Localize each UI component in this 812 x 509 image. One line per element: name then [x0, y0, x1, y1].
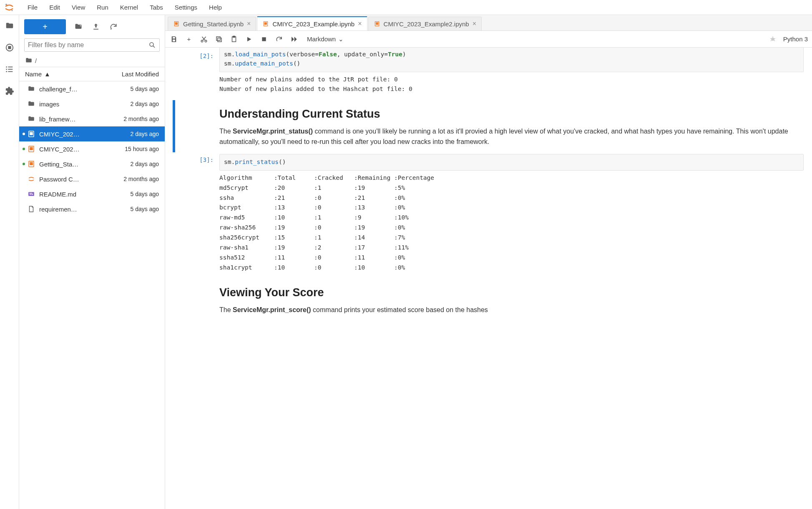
- menu-settings[interactable]: Settings: [169, 1, 203, 13]
- cell-output: Algorithm :Total :Cracked :Remaining :Pe…: [219, 171, 804, 277]
- file-name: lib_framew…: [39, 116, 109, 123]
- file-row[interactable]: images 2 days ago: [19, 96, 165, 111]
- cut-icon[interactable]: [199, 35, 209, 44]
- menu-kernel[interactable]: Kernel: [114, 1, 144, 13]
- code-cell[interactable]: [3]: sm.print_status() Algorithm :Total …: [182, 154, 804, 277]
- extensions-icon[interactable]: [5, 86, 15, 96]
- main-area: Getting_Started.ipynb × CMIYC_2023_Examp…: [165, 15, 812, 509]
- file-row[interactable]: challenge_f… 5 days ago: [19, 81, 165, 96]
- breadcrumb[interactable]: /: [19, 54, 165, 67]
- new-folder-icon[interactable]: +: [73, 22, 83, 32]
- restart-icon[interactable]: [274, 35, 284, 44]
- file-modified: 5 days ago: [109, 191, 159, 197]
- toc-icon[interactable]: [5, 64, 15, 74]
- menubar: FileEditViewRunKernelTabsSettingsHelp: [0, 0, 812, 15]
- file-name: challenge_f…: [39, 86, 109, 93]
- notebook-icon: [173, 20, 180, 27]
- svg-rect-18: [30, 162, 33, 165]
- close-icon[interactable]: ×: [358, 20, 362, 28]
- menu-edit[interactable]: Edit: [43, 1, 66, 13]
- close-icon[interactable]: ×: [473, 20, 476, 28]
- file-name: Getting_Sta…: [39, 161, 109, 168]
- file-row[interactable]: CMIYC_202… 2 days ago: [19, 126, 165, 141]
- svg-text:+: +: [80, 24, 82, 28]
- file-row[interactable]: M README.md 5 days ago: [19, 186, 165, 202]
- menu-run[interactable]: Run: [91, 1, 114, 13]
- code-cell[interactable]: [2]: sm.load_main_pots(verbose=False, up…: [182, 50, 804, 98]
- add-cell-icon[interactable]: +: [184, 35, 194, 44]
- code-input[interactable]: sm.print_status(): [219, 154, 804, 171]
- markdown-cell[interactable]: Understanding Current Status The Service…: [182, 100, 804, 152]
- cell-type-select[interactable]: Markdown ⌄: [304, 35, 346, 44]
- svg-rect-14: [30, 132, 33, 135]
- sort-by-modified[interactable]: Last Modified: [105, 71, 159, 78]
- file-row[interactable]: CMIYC_202… 15 hours ago: [19, 141, 165, 156]
- folder-icon[interactable]: [5, 21, 15, 31]
- svg-rect-5: [8, 67, 13, 68]
- run-all-icon[interactable]: [289, 35, 299, 44]
- stop-icon[interactable]: [259, 35, 269, 44]
- md-heading: Understanding Current Status: [219, 108, 804, 121]
- svg-rect-34: [233, 36, 235, 37]
- tab[interactable]: CMIYC_2023_Example2.ipynb ×: [368, 17, 482, 30]
- paste-icon[interactable]: [229, 35, 239, 44]
- debugger-icon[interactable]: [768, 35, 777, 44]
- markdown-cell[interactable]: Viewing Your Score The ServiceMgr.print_…: [182, 279, 804, 320]
- file-name: README.md: [39, 191, 109, 198]
- jupyter-logo: [3, 2, 15, 13]
- svg-line-30: [202, 37, 206, 40]
- svg-rect-3: [8, 46, 11, 49]
- breadcrumb-root: /: [35, 57, 37, 64]
- file-filter[interactable]: [24, 38, 160, 52]
- code-input[interactable]: sm.load_main_pots(verbose=False, update_…: [219, 48, 804, 72]
- close-icon[interactable]: ×: [247, 20, 251, 28]
- notebook-icon: [27, 129, 36, 139]
- copy-icon[interactable]: [214, 35, 224, 44]
- menu-file[interactable]: File: [22, 1, 43, 13]
- file-modified: 5 days ago: [109, 206, 159, 212]
- menu-tabs[interactable]: Tabs: [144, 1, 169, 13]
- svg-rect-7: [8, 69, 13, 70]
- file-row[interactable]: requiremen… 5 days ago: [19, 202, 165, 217]
- cell-output: Number of new plains added to the JtR po…: [219, 72, 804, 99]
- svg-line-41: [774, 40, 775, 41]
- file-browser: + + / Name ▲ Last Modified challenge: [19, 15, 165, 509]
- notebook-icon: [374, 20, 380, 27]
- tab[interactable]: Getting_Started.ipynb ×: [168, 17, 256, 30]
- svg-rect-24: [265, 23, 267, 25]
- file-modified: 2 days ago: [109, 101, 159, 107]
- kernel-name[interactable]: Python 3: [783, 35, 808, 43]
- svg-line-40: [771, 40, 772, 41]
- jupyter-icon: [27, 174, 36, 184]
- tab-label: CMIYC_2023_Example.ipynb: [272, 20, 354, 28]
- refresh-icon[interactable]: [108, 22, 118, 32]
- file-name: requiremen…: [39, 206, 109, 213]
- folder-icon: [27, 84, 36, 93]
- svg-line-29: [203, 37, 206, 40]
- svg-line-12: [153, 46, 155, 48]
- svg-point-11: [150, 43, 153, 46]
- tab[interactable]: CMIYC_2023_Example.ipynb ×: [257, 16, 367, 30]
- notebook-icon: [262, 20, 269, 27]
- file-row[interactable]: Password C… 2 months ago: [19, 171, 165, 186]
- svg-rect-16: [30, 147, 33, 150]
- file-row[interactable]: Getting_Sta… 2 days ago: [19, 156, 165, 171]
- status-dot: [23, 163, 25, 165]
- filter-input[interactable]: [28, 41, 148, 49]
- file-name: Password C…: [39, 176, 109, 183]
- sort-by-name[interactable]: Name ▲: [25, 71, 105, 78]
- new-launcher-button[interactable]: +: [24, 19, 66, 34]
- file-list-header: Name ▲ Last Modified: [19, 67, 165, 81]
- file-name: images: [39, 101, 109, 108]
- upload-icon[interactable]: [91, 22, 101, 32]
- running-icon[interactable]: [5, 43, 15, 53]
- file-name: CMIYC_202…: [39, 131, 109, 138]
- activity-bar: [0, 15, 19, 509]
- save-icon[interactable]: [169, 35, 178, 44]
- menu-view[interactable]: View: [66, 1, 91, 13]
- run-icon[interactable]: [244, 35, 254, 44]
- menu-help[interactable]: Help: [203, 1, 228, 13]
- file-row[interactable]: lib_framew… 2 months ago: [19, 111, 165, 126]
- notebook-toolbar: + Markdown ⌄ Python 3: [165, 31, 812, 48]
- markdown-icon: M: [27, 189, 36, 199]
